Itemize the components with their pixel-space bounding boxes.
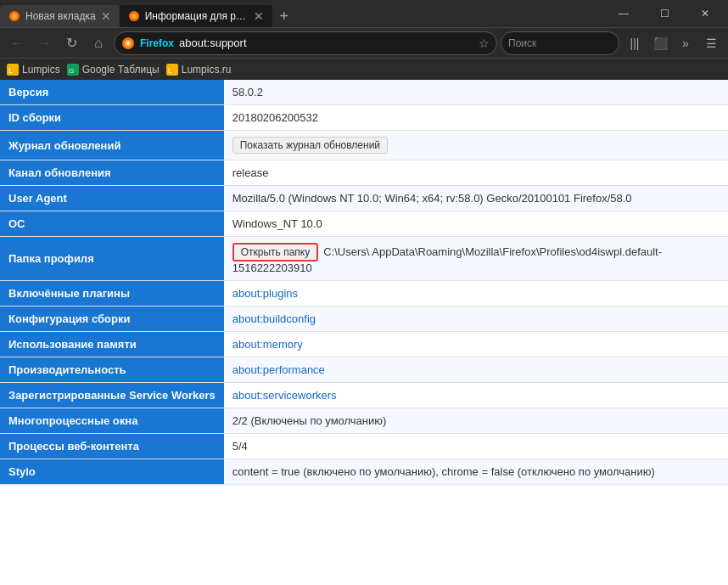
home-button[interactable]: ⌂ <box>87 31 110 55</box>
table-row: Папка профиляОткрыть папкуC:\Users\ AppD… <box>0 237 728 281</box>
table-row: User AgentMozilla/5.0 (Windows NT 10.0; … <box>0 186 728 211</box>
tab-2-close[interactable]: ✕ <box>254 9 264 23</box>
row-value: 5/4 <box>224 434 728 459</box>
more-tools-button[interactable]: » <box>674 31 697 55</box>
svg-point-1 <box>12 14 17 19</box>
firefox-logo-icon <box>121 37 135 50</box>
svg-text:G: G <box>69 67 74 75</box>
row-link[interactable]: about:memory <box>232 338 303 351</box>
table-row: Версия58.0.2 <box>0 80 728 105</box>
maximize-button[interactable]: ☐ <box>645 0 684 27</box>
row-label: User Agent <box>0 186 224 211</box>
row-link[interactable]: about:plugins <box>232 287 298 300</box>
table-row: Зарегистрированные Service Workersabout:… <box>0 383 728 408</box>
table-row: Многопроцессные окна2/2 (Включены по умо… <box>0 408 728 434</box>
table-row: Stylocontent = true (включено по умолчан… <box>0 459 728 485</box>
new-tab-button[interactable]: + <box>272 5 296 27</box>
tab-2-title: Информация для решения п... <box>145 10 249 22</box>
table-row: Конфигурация сборкиabout:buildconfig <box>0 307 728 332</box>
svg-text:L: L <box>8 66 13 75</box>
address-bar[interactable]: Firefox ☆ <box>114 31 497 55</box>
row-value: about:serviceworkers <box>224 383 728 408</box>
tab-1[interactable]: Новая вкладка ✕ <box>0 5 120 27</box>
window-controls: — ☐ ✕ <box>604 0 728 27</box>
bookmark-lumpics[interactable]: L Lumpics <box>7 64 60 76</box>
show-button[interactable]: Показать журнал обновлений <box>232 137 388 154</box>
lumpicsru-icon: L <box>166 64 178 76</box>
bookmark-lumpics-label: Lumpics <box>22 64 60 76</box>
bookmarks-bar: L Lumpics G Google Таблицы L Lumpics.ru <box>0 58 728 80</box>
bookmark-lumpicsru[interactable]: L Lumpics.ru <box>166 64 232 76</box>
svg-point-6 <box>126 42 130 45</box>
main-content[interactable]: Версия58.0.2ID сборки20180206200532Журна… <box>0 80 728 585</box>
row-value: 58.0.2 <box>224 80 728 105</box>
row-label: ID сборки <box>0 105 224 131</box>
open-folder-button[interactable]: Открыть папку <box>232 243 319 262</box>
bookmark-gsheets-label: Google Таблицы <box>82 64 160 76</box>
forward-button[interactable]: → <box>32 31 56 55</box>
bookmark-lumpicsru-label: Lumpics.ru <box>182 64 232 76</box>
title-bar: Новая вкладка ✕ Информация для решения п… <box>0 0 728 27</box>
table-row: Включённые плагиныabout:plugins <box>0 281 728 307</box>
row-label: Многопроцессные окна <box>0 408 224 434</box>
row-label: Процессы веб-контента <box>0 434 224 459</box>
lumpics-icon: L <box>7 64 19 76</box>
row-value: about:performance <box>224 357 728 383</box>
bookmark-star-icon[interactable]: ☆ <box>479 37 490 50</box>
row-label: Производительность <box>0 357 224 383</box>
row-label: Канал обновления <box>0 160 224 186</box>
table-row: ОСWindows_NT 10.0 <box>0 211 728 237</box>
toolbar: ← → ↻ ⌂ Firefox ☆ ||| ⬛ » ☰ <box>0 27 728 58</box>
row-label: Включённые плагины <box>0 281 224 307</box>
row-label: Версия <box>0 80 224 105</box>
back-button[interactable]: ← <box>5 31 29 55</box>
table-row: Канал обновленияrelease <box>0 160 728 186</box>
gsheets-icon: G <box>67 64 79 76</box>
svg-text:L: L <box>168 66 172 75</box>
container-button[interactable]: ⬛ <box>648 31 672 55</box>
address-input[interactable] <box>179 37 473 49</box>
info-table: Версия58.0.2ID сборки20180206200532Журна… <box>0 80 728 485</box>
row-value: content = true (включено по умолчанию), … <box>224 459 728 485</box>
table-row: Процессы веб-контента5/4 <box>0 434 728 459</box>
search-input[interactable] <box>508 37 612 49</box>
tab-1-close[interactable]: ✕ <box>101 9 111 23</box>
table-row: Производительностьabout:performance <box>0 357 728 383</box>
table-row: Журнал обновленийПоказать журнал обновле… <box>0 131 728 160</box>
row-value: Mozilla/5.0 (Windows NT 10.0; Win64; x64… <box>224 186 728 211</box>
row-label: Использование памяти <box>0 332 224 357</box>
tab-2-icon <box>128 10 140 22</box>
row-value: Windows_NT 10.0 <box>224 211 728 237</box>
menu-button[interactable]: ☰ <box>699 31 723 55</box>
svg-point-3 <box>132 14 137 19</box>
row-link[interactable]: about:performance <box>232 363 325 376</box>
bookmark-gsheets[interactable]: G Google Таблицы <box>67 64 160 76</box>
row-label: Журнал обновлений <box>0 131 224 160</box>
row-link[interactable]: about:buildconfig <box>232 312 316 325</box>
close-button[interactable]: ✕ <box>686 0 725 27</box>
search-bar[interactable] <box>501 31 619 55</box>
row-label: Stylo <box>0 459 224 485</box>
row-value: about:buildconfig <box>224 307 728 332</box>
firefox-label: Firefox <box>140 37 174 49</box>
row-value: Показать журнал обновлений <box>224 131 728 160</box>
row-label: Конфигурация сборки <box>0 307 224 332</box>
tab-2[interactable]: Информация для решения п... ✕ <box>120 5 272 27</box>
row-value: about:memory <box>224 332 728 357</box>
tabs-container: Новая вкладка ✕ Информация для решения п… <box>0 0 604 27</box>
row-value: about:plugins <box>224 281 728 307</box>
minimize-button[interactable]: — <box>604 0 643 27</box>
row-link[interactable]: about:serviceworkers <box>232 389 337 402</box>
row-value: Открыть папкуC:\Users\ AppData\Roaming\M… <box>224 237 728 281</box>
row-label: ОС <box>0 211 224 237</box>
table-row: Использование памятиabout:memory <box>0 332 728 357</box>
toolbar-icons: ||| ⬛ » ☰ <box>623 31 723 55</box>
row-value: release <box>224 160 728 186</box>
table-row: ID сборки20180206200532 <box>0 105 728 131</box>
refresh-button[interactable]: ↻ <box>59 31 83 55</box>
row-label: Зарегистрированные Service Workers <box>0 383 224 408</box>
row-value: 2/2 (Включены по умолчанию) <box>224 408 728 434</box>
row-label: Папка профиля <box>0 237 224 281</box>
tab-1-icon <box>8 10 20 22</box>
reading-mode-button[interactable]: ||| <box>623 31 647 55</box>
